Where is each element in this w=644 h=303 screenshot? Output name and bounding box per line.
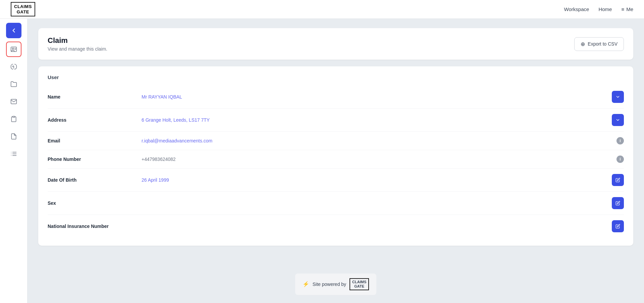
field-label: Email (48, 138, 142, 143)
top-nav: CLAIMS GATE Workspace Home ≡ Me (0, 0, 644, 19)
logo[interactable]: CLAIMS GATE (11, 2, 35, 16)
dropdown-button[interactable] (612, 114, 624, 126)
field-value: +447983624082 (142, 157, 616, 162)
info-icon[interactable]: i (616, 137, 624, 144)
edit-button[interactable] (612, 197, 624, 209)
lightning-icon: ⚡ (303, 281, 309, 287)
sidebar-item-clipboard[interactable] (6, 111, 21, 127)
sidebar-item-document[interactable] (6, 129, 21, 144)
table-row: Address6 Grange Holt, Leeds, LS17 7TY (48, 108, 624, 131)
back-button[interactable] (6, 23, 21, 38)
table-row: Date Of Birth26 April 1999 (48, 168, 624, 191)
field-label: Sex (48, 200, 142, 206)
claim-header-text: Claim View and manage this claim. (48, 36, 107, 52)
home-link[interactable]: Home (598, 6, 612, 12)
field-value: r.iqbal@mediaadvancements.com (142, 138, 616, 143)
footer-logo: CLAIMS GATE (350, 278, 369, 290)
sidebar-item-fingerprint[interactable] (6, 59, 21, 74)
footer-badge: ⚡ Site powered by CLAIMS GATE (295, 274, 377, 295)
table-row: National Insurance Number (48, 215, 624, 238)
sidebar-item-contact[interactable] (6, 42, 21, 57)
export-icon: ⊕ (581, 41, 585, 47)
svg-rect-4 (12, 116, 15, 117)
edit-button[interactable] (612, 220, 624, 232)
table-row: NameMr RAYYAN IQBAL (48, 85, 624, 108)
field-value: 6 Grange Holt, Leeds, LS17 7TY (142, 117, 612, 123)
info-icon[interactable]: i (616, 156, 624, 163)
field-actions (612, 174, 624, 186)
dropdown-button[interactable] (612, 91, 624, 103)
footer-powered-text: Site powered by (313, 282, 346, 287)
table-row: Emailr.iqbal@mediaadvancements.comi (48, 131, 624, 150)
field-actions: i (616, 137, 624, 144)
field-label: Date Of Birth (48, 177, 142, 183)
sidebar-item-mail[interactable] (6, 94, 21, 109)
field-label: National Insurance Number (48, 224, 142, 229)
me-menu[interactable]: ≡ Me (621, 6, 633, 12)
edit-button[interactable] (612, 174, 624, 186)
claim-header-card: Claim View and manage this claim. ⊕ Expo… (38, 28, 633, 60)
claim-subtitle: View and manage this claim. (48, 46, 107, 52)
table-row: Phone Number+447983624082i (48, 150, 624, 168)
field-actions (612, 197, 624, 209)
field-value: Mr RAYYAN IQBAL (142, 94, 612, 100)
user-fields: NameMr RAYYAN IQBALAddress6 Grange Holt,… (48, 85, 624, 238)
field-actions: i (616, 156, 624, 163)
sidebar-item-folder[interactable] (6, 76, 21, 92)
workspace-link[interactable]: Workspace (564, 6, 589, 12)
claim-title: Claim (48, 36, 107, 45)
user-section-title: User (48, 74, 624, 80)
sidebar-item-list[interactable] (6, 146, 21, 162)
svg-point-1 (12, 48, 13, 49)
field-value: 26 April 1999 (142, 177, 612, 183)
footer: ⚡ Site powered by CLAIMS GATE (28, 263, 644, 303)
field-label: Address (48, 117, 142, 123)
table-row: Sex (48, 191, 624, 215)
sidebar (0, 19, 28, 303)
hamburger-icon: ≡ (621, 6, 624, 12)
user-card: User NameMr RAYYAN IQBALAddress6 Grange … (38, 66, 633, 246)
export-csv-button[interactable]: ⊕ Export to CSV (574, 37, 624, 51)
field-actions (612, 114, 624, 126)
field-label: Phone Number (48, 157, 142, 162)
field-actions (612, 220, 624, 232)
nav-right: Workspace Home ≡ Me (564, 6, 633, 12)
field-actions (612, 91, 624, 103)
field-label: Name (48, 94, 142, 100)
main-content: Claim View and manage this claim. ⊕ Expo… (28, 19, 644, 263)
